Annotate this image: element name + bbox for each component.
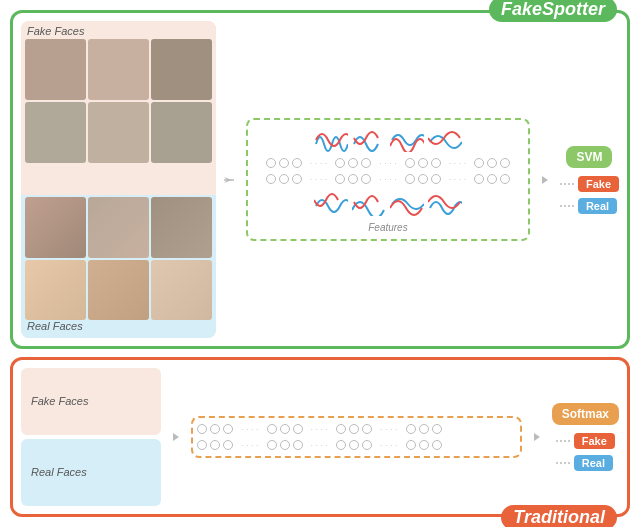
b-nn-l3: [336, 424, 372, 434]
nn-layer-mid-4: [474, 174, 510, 184]
nn-dot: [474, 158, 484, 168]
b-nn-l6: [267, 440, 303, 450]
nn-layer-2: [335, 158, 371, 168]
real-output-label: Real: [578, 198, 617, 214]
nn-dot: [418, 174, 428, 184]
svm-box: SVM: [566, 146, 612, 168]
nn-dot: [223, 424, 233, 434]
bottom-fake-output: Fake: [574, 433, 615, 449]
nn-dot: [361, 174, 371, 184]
face-cell: [88, 39, 149, 100]
nn-dot: [280, 440, 290, 450]
nn-layer-4: [474, 158, 510, 168]
nn-dot: [362, 440, 372, 450]
nn-dot: [349, 440, 359, 450]
top-real-faces-label: Real Faces: [25, 320, 83, 332]
top-real-grid: [25, 197, 212, 320]
svg-marker-5: [173, 433, 179, 441]
nn-dot: [335, 158, 345, 168]
face-cell-large: [25, 260, 86, 320]
nn-dot: [292, 158, 302, 168]
face-cell-large: [88, 260, 149, 320]
fakespotter-label: FakeSpotter: [489, 0, 617, 22]
bottom-classifier-section: Softmax Fake Real: [552, 403, 619, 471]
nn-dot: [292, 174, 302, 184]
dots-sep: · · · ·: [311, 424, 329, 434]
nn-dot: [432, 440, 442, 450]
face-cell-large: [25, 197, 86, 257]
arrow1: [222, 173, 240, 187]
dots-sep: · · · ·: [380, 440, 398, 450]
nn-layer-mid-2: [335, 174, 371, 184]
fake-output-label: Fake: [578, 176, 619, 192]
top-fake-grid: [25, 39, 212, 163]
nn-dot: [348, 174, 358, 184]
bottom-nn-row2: · · · · · · · · · · · ·: [197, 440, 516, 450]
nn-dot: [405, 158, 415, 168]
bottom-real-label: Real Faces: [29, 466, 87, 478]
arrow-to-svm: [536, 173, 554, 187]
nn-dot: [418, 158, 428, 168]
face-cell: [151, 39, 212, 100]
face-cell: [88, 102, 149, 163]
bottom-arrow2: [528, 430, 546, 444]
bottom-arrow1: [167, 430, 185, 444]
nn-dot: [500, 158, 510, 168]
dots-separator: · · · ·: [379, 174, 397, 184]
feature-extraction-box: · · · · · · · · · · · ·: [246, 118, 530, 241]
nn-dot: [349, 424, 359, 434]
svg-marker-6: [534, 433, 540, 441]
nn-dot: [197, 424, 207, 434]
face-cell: [25, 102, 86, 163]
output-labels: Fake Real: [560, 176, 619, 214]
nn-dot: [431, 174, 441, 184]
nn-dot: [361, 158, 371, 168]
bottom-nn-container: · · · · · · · · · · · ·: [191, 416, 522, 458]
nn-dot: [405, 174, 415, 184]
face-cell: [151, 102, 212, 163]
dots-sep: · · · ·: [241, 440, 259, 450]
nn-dot: [362, 424, 372, 434]
nn-dot: [266, 158, 276, 168]
nn-dot: [223, 440, 233, 450]
nn-layer-3: [405, 158, 441, 168]
nn-dot: [266, 174, 276, 184]
nn-dot: [419, 440, 429, 450]
dots-sep: · · · ·: [311, 440, 329, 450]
face-cell-large: [88, 197, 149, 257]
face-cell: [25, 39, 86, 100]
nn-dot: [487, 174, 497, 184]
nn-dots-top: · · · · · · · · · · · ·: [266, 158, 511, 168]
nn-dot: [210, 424, 220, 434]
bottom-face-panel: Fake Faces Real Faces: [21, 368, 161, 506]
bottom-feature-box: · · · · · · · · · · · ·: [191, 416, 522, 458]
dots-separator: · · · ·: [310, 174, 328, 184]
face-cell-large: [151, 197, 212, 257]
nn-dot: [197, 440, 207, 450]
b-nn-l1: [197, 424, 233, 434]
nn-dot: [474, 174, 484, 184]
dots-sep: · · · ·: [241, 424, 259, 434]
nn-layer-mid-3: [405, 174, 441, 184]
fakespotter-section: FakeSpotter Fake Faces: [10, 10, 630, 349]
bottom-output-labels: Fake Real: [556, 433, 615, 471]
nn-dot: [267, 424, 277, 434]
dots-separator: · · · ·: [449, 174, 467, 184]
nn-layer-mid-1: [266, 174, 302, 184]
b-nn-l5: [197, 440, 233, 450]
bottom-fake-label: Fake Faces: [29, 395, 88, 407]
face-cell-large: [151, 260, 212, 320]
nn-dot: [267, 440, 277, 450]
fake-wave-row: [314, 126, 462, 152]
nn-dot: [348, 158, 358, 168]
b-nn-l7: [336, 440, 372, 450]
classifier-section: SVM Fake Real: [560, 146, 619, 214]
bottom-real-row: Real Faces: [21, 439, 161, 506]
top-face-panel: Fake Faces: [21, 21, 216, 338]
bottom-fake-row: Fake Faces: [21, 368, 161, 435]
traditional-section: Traditional Fake Faces Real Faces: [10, 357, 630, 517]
dots-separator: · · · ·: [310, 158, 328, 168]
bottom-nn-row1: · · · · · · · · · · · ·: [197, 424, 516, 434]
nn-dot: [431, 158, 441, 168]
b-nn-l4: [406, 424, 442, 434]
